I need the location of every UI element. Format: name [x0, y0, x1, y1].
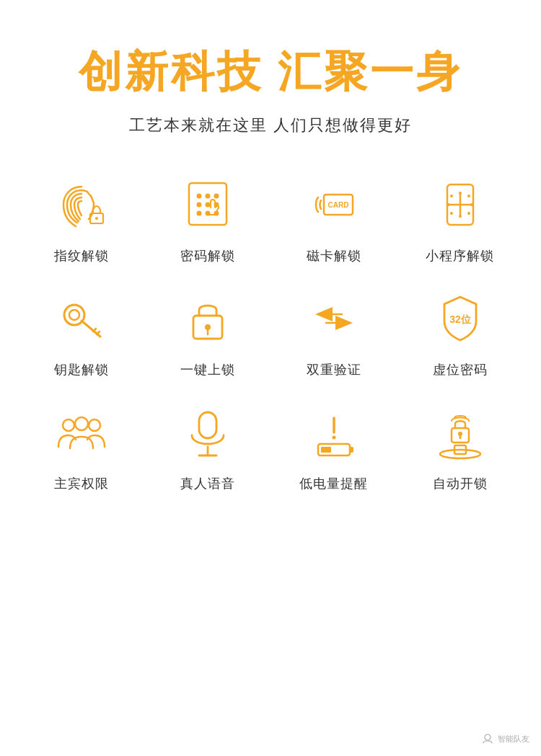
voice-icon: [175, 400, 240, 465]
svg-point-25: [64, 305, 84, 325]
auto-icon: [428, 400, 493, 465]
feature-grid: 指纹解锁: [18, 172, 523, 492]
feature-master: 主宾权限: [18, 400, 144, 492]
svg-point-40: [75, 417, 88, 430]
svg-point-38: [63, 419, 74, 431]
svg-point-5: [214, 194, 219, 199]
svg-rect-41: [199, 412, 216, 438]
svg-marker-33: [315, 307, 333, 321]
voice-label: 真人语音: [180, 475, 235, 492]
svg-point-3: [196, 194, 201, 199]
svg-point-18: [459, 215, 462, 218]
subtitle: 工艺本来就在这里 人们只想做得更好: [129, 115, 412, 136]
lowbat-icon: [302, 400, 366, 465]
feature-virtual: 32位 虚位密码: [397, 286, 523, 378]
card-label: 磁卡解锁: [307, 247, 361, 264]
feature-voice: 真人语音: [144, 400, 270, 492]
miniapp-icon: [428, 172, 493, 237]
feature-miniapp: 小程序解锁: [397, 172, 523, 264]
watermark-logo-icon: [480, 731, 495, 746]
key-icon: [49, 286, 114, 351]
fingerprint-label: 指纹解锁: [54, 247, 109, 264]
svg-line-28: [93, 329, 96, 332]
svg-text:32位: 32位: [449, 313, 472, 325]
svg-point-22: [467, 195, 470, 197]
svg-rect-48: [350, 447, 353, 453]
svg-point-1: [95, 217, 98, 220]
svg-point-6: [196, 203, 201, 208]
watermark-text: 智能队友: [498, 734, 529, 744]
svg-point-21: [450, 195, 453, 197]
svg-point-7: [205, 203, 210, 208]
virtual-label: 虚位密码: [433, 361, 488, 378]
master-label: 主宾权限: [54, 475, 109, 492]
svg-text:CARD: CARD: [327, 201, 348, 209]
fingerprint-icon: [49, 172, 114, 237]
svg-point-20: [470, 203, 473, 206]
card-icon: CARD: [302, 172, 366, 237]
svg-point-45: [332, 436, 335, 440]
feature-lock: 一键上锁: [144, 286, 270, 378]
svg-point-54: [485, 734, 491, 740]
svg-rect-53: [459, 435, 461, 439]
main-title: 创新科技 汇聚一身: [79, 43, 463, 102]
svg-point-19: [447, 203, 450, 206]
feature-double: 双重验证: [270, 286, 397, 378]
svg-line-29: [97, 332, 100, 334]
svg-point-17: [459, 192, 462, 195]
double-icon: [302, 286, 366, 351]
svg-marker-35: [335, 316, 353, 330]
password-icon: [175, 172, 240, 237]
feature-auto: 自动开锁: [397, 400, 523, 492]
svg-point-24: [467, 212, 470, 215]
password-label: 密码解锁: [180, 247, 235, 264]
feature-lowbat: 低电量提醒: [270, 400, 397, 492]
feature-fingerprint: 指纹解锁: [18, 172, 144, 264]
svg-point-23: [450, 212, 453, 215]
svg-point-4: [205, 194, 210, 199]
lowbat-label: 低电量提醒: [299, 475, 368, 492]
miniapp-label: 小程序解锁: [426, 247, 494, 264]
feature-card: CARD 磁卡解锁: [270, 172, 397, 264]
lock-label: 一键上锁: [180, 361, 235, 378]
virtual-icon: 32位: [428, 286, 493, 351]
feature-password: 密码解锁: [144, 172, 270, 264]
svg-rect-47: [321, 447, 331, 453]
page: 创新科技 汇聚一身 工艺本来就在这里 人们只想做得更好: [0, 0, 541, 756]
svg-point-9: [196, 211, 201, 216]
master-icon: [49, 400, 114, 465]
double-label: 双重验证: [307, 361, 361, 378]
watermark: 智能队友: [480, 731, 529, 746]
lock-icon: [175, 286, 240, 351]
svg-point-26: [69, 310, 79, 320]
feature-key: 钥匙解锁: [18, 286, 144, 378]
svg-point-39: [89, 419, 100, 431]
key-label: 钥匙解锁: [54, 361, 109, 378]
auto-label: 自动开锁: [433, 475, 488, 492]
